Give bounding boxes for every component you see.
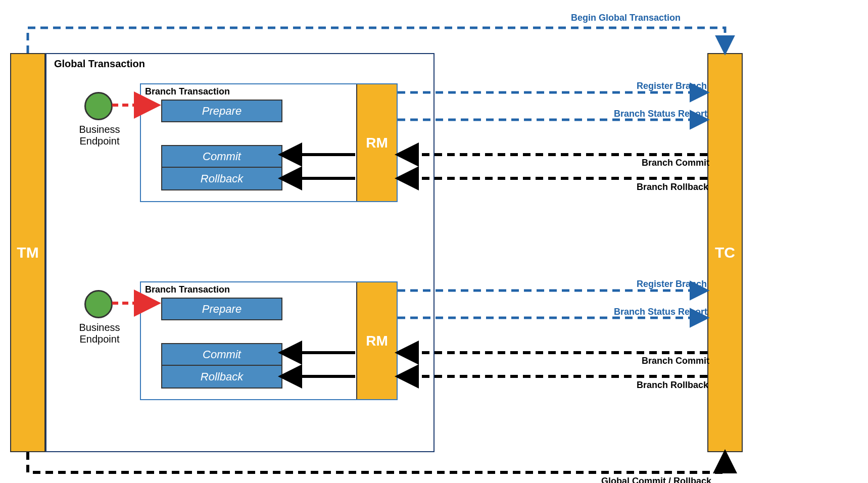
prepare-box-2: Prepare [161,298,282,320]
branch-transaction-title-1: Branch Transaction [145,86,230,97]
label-register-branch-1: Register Branch [637,81,707,91]
label-branch-commit-1: Branch Commit [642,158,709,168]
rollback-box-2: Rollback [161,366,282,389]
arrow-global-commit-rollback [28,452,725,472]
tm-node: TM [10,53,45,452]
branch-transaction-1: Branch Transaction Prepare Commit Rollba… [140,83,398,202]
commit-box-1: Commit [161,145,282,168]
label-branch-status-1: Branch Status Report [614,109,707,119]
rollback-box-1: Rollback [161,168,282,190]
label-branch-rollback-1: Branch Rollback [637,182,708,192]
branch-transaction-title-2: Branch Transaction [145,284,230,295]
rm-node-2: RM [356,282,397,399]
prepare-box-1: Prepare [161,100,282,122]
business-endpoint-2 [84,290,113,318]
business-endpoint-label-1: Business Endpoint [72,124,127,147]
branch-transaction-2: Branch Transaction Prepare Commit Rollba… [140,281,398,400]
label-branch-status-2: Branch Status Report [614,307,707,317]
global-transaction-container: Global Transaction Business Endpoint Bra… [45,53,435,452]
commit-box-2: Commit [161,343,282,366]
label-branch-rollback-2: Branch Rollback [637,380,708,391]
label-branch-commit-2: Branch Commit [642,356,709,366]
tc-node: TC [707,53,743,452]
arrow-begin-global [28,28,725,53]
business-endpoint-label-2: Business Endpoint [72,322,127,345]
label-begin-global: Begin Global Transaction [571,13,681,23]
label-global-commit-rollback: Global Commit / Rollback [601,476,711,483]
label-register-branch-2: Register Branch [637,279,707,289]
global-transaction-title: Global Transaction [54,58,145,70]
rm-node-1: RM [356,84,397,201]
business-endpoint-1 [84,92,113,120]
